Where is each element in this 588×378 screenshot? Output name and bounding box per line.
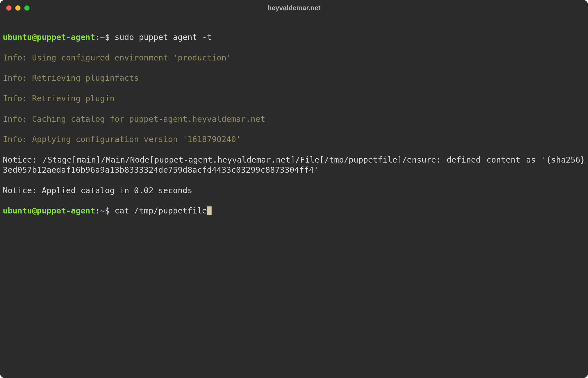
prompt-separator: : — [95, 206, 100, 215]
window-title: heyvaldemar.net — [0, 4, 588, 12]
terminal-window: heyvaldemar.net ubuntu@puppet-agent:~$ s… — [0, 0, 588, 378]
notice-line: Notice: Applied catalog in 0.02 seconds — [3, 185, 585, 195]
cursor-icon — [207, 206, 212, 215]
info-line: Info: Applying configuration version '16… — [3, 134, 585, 144]
prompt-path: ~ — [100, 32, 105, 42]
command-text: cat /tmp/puppetfile — [110, 206, 207, 215]
prompt-user-host: ubuntu@puppet-agent — [3, 206, 95, 215]
traffic-lights — [6, 5, 30, 11]
prompt-user-host: ubuntu@puppet-agent — [3, 32, 95, 42]
prompt-line: ubuntu@puppet-agent:~$ sudo puppet agent… — [3, 32, 585, 42]
close-icon[interactable] — [6, 5, 12, 11]
prompt-separator: : — [95, 32, 100, 42]
titlebar: heyvaldemar.net — [0, 0, 588, 16]
maximize-icon[interactable] — [24, 5, 30, 11]
terminal-output[interactable]: ubuntu@puppet-agent:~$ sudo puppet agent… — [0, 16, 588, 239]
info-line: Info: Retrieving pluginfacts — [3, 73, 585, 83]
prompt-path: ~ — [100, 206, 105, 215]
info-line: Info: Using configured environment 'prod… — [3, 53, 585, 63]
info-line: Info: Retrieving plugin — [3, 93, 585, 104]
prompt-symbol: $ — [105, 32, 110, 42]
prompt-line: ubuntu@puppet-agent:~$ cat /tmp/puppetfi… — [3, 206, 585, 216]
notice-line: Notice: /Stage[main]/Main/Node[puppet-ag… — [3, 155, 585, 175]
info-line: Info: Caching catalog for puppet-agent.h… — [3, 114, 585, 124]
command-text: sudo puppet agent -t — [110, 32, 212, 42]
prompt-symbol: $ — [105, 206, 110, 215]
minimize-icon[interactable] — [15, 5, 21, 11]
